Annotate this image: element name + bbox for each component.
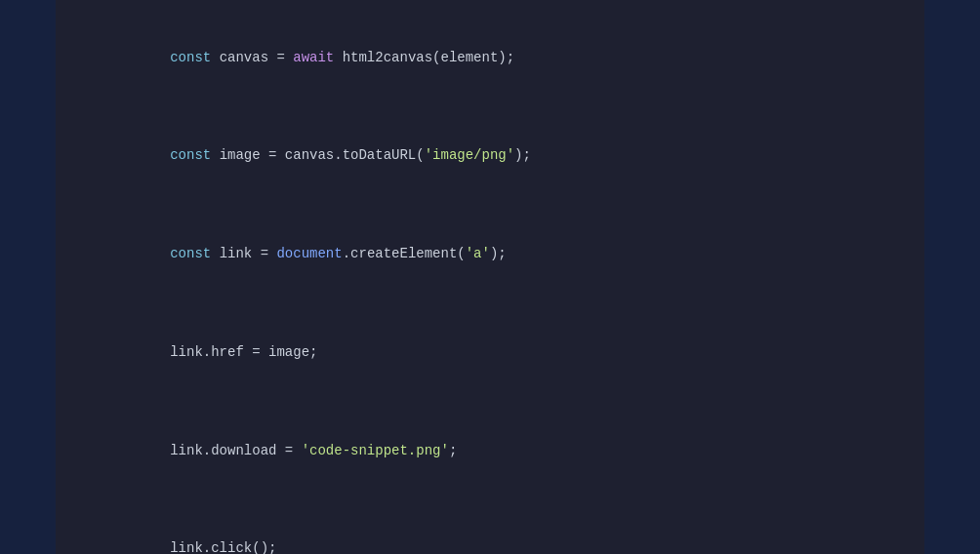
keyword-await: await bbox=[293, 50, 334, 65]
keyword: const bbox=[170, 147, 211, 163]
plain-text: html2canvas(element); bbox=[334, 50, 514, 65]
code-line-8: link.download = 'code-snippet.png'; bbox=[104, 439, 876, 463]
code-line-9: link.click(); bbox=[104, 536, 876, 554]
code-block: const handleSaveImage = async () => { co… bbox=[104, 0, 876, 554]
keyword: const bbox=[170, 50, 211, 65]
code-line-7: link.href = image; bbox=[104, 340, 876, 365]
plain-text: canvas = bbox=[211, 50, 293, 65]
code-container: const handleSaveImage = async () => { co… bbox=[56, 0, 924, 554]
plain-text: .createElement( bbox=[343, 246, 466, 261]
plain-text bbox=[104, 50, 170, 65]
plain-text bbox=[104, 246, 170, 261]
string: 'image/png' bbox=[425, 147, 514, 163]
main-container: const handleSaveImage = async () => { co… bbox=[0, 0, 980, 554]
plain-text: ); bbox=[490, 246, 507, 261]
code-line-5: const image = canvas.toDataURL('image/pn… bbox=[104, 143, 876, 168]
code-line-6: const link = document.createElement('a')… bbox=[104, 242, 876, 266]
plain-text: link.click(); bbox=[104, 540, 276, 554]
string: 'code-snippet.png' bbox=[302, 443, 449, 458]
plain-text: ; bbox=[449, 443, 457, 458]
plain-text bbox=[104, 147, 170, 163]
doc-ref: document bbox=[276, 246, 342, 261]
plain-text: ); bbox=[514, 147, 531, 163]
plain-text: link.href = image; bbox=[104, 344, 317, 360]
keyword: const bbox=[170, 246, 211, 261]
plain-text: link.download = bbox=[104, 443, 302, 458]
plain-text: link = bbox=[211, 246, 276, 261]
code-line-4: const canvas = await html2canvas(element… bbox=[104, 46, 876, 70]
plain-text: image = canvas.toDataURL( bbox=[211, 147, 424, 163]
string: 'a' bbox=[466, 246, 490, 261]
